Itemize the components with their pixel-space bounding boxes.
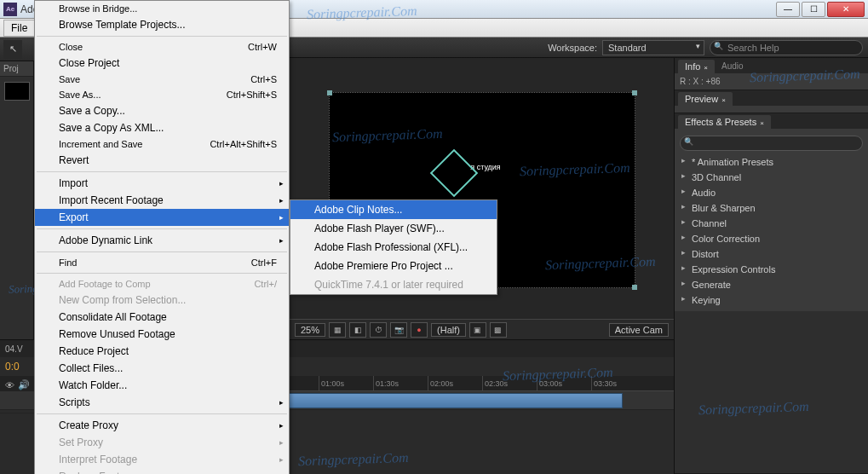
effects-category[interactable]: Generate: [680, 277, 863, 292]
composition-footer: 25% ▦ ◧ ⏱ 📷 ● (Half) ▣ ▩ Active Cam: [290, 319, 674, 339]
menu-item-flash-swf[interactable]: Adobe Flash Player (SWF)...: [290, 219, 497, 238]
menu-item-remove-unused[interactable]: Remove Unused Footage: [35, 326, 289, 343]
menu-item-browse-templates[interactable]: Browse Template Projects...: [35, 16, 289, 33]
ruler-tick: 02:30s: [482, 376, 537, 390]
resolution-dropdown[interactable]: (Half): [431, 323, 466, 337]
comp-snapshot-icon[interactable]: 📷: [390, 322, 407, 338]
menu-item-reduce[interactable]: Reduce Project: [35, 343, 289, 360]
menu-item-new-comp-selection: New Comp from Selection...: [35, 292, 289, 309]
selection-tool-icon[interactable]: ↖: [3, 40, 22, 59]
menu-item-find[interactable]: FindCtrl+F: [35, 255, 289, 270]
menu-item-flash-xfl[interactable]: Adobe Flash Professional (XFL)...: [290, 238, 497, 257]
menu-item-add-footage: Add Footage to CompCtrl+/: [35, 276, 289, 292]
ruler-tick: 02:00s: [428, 376, 482, 390]
project-tab[interactable]: Proj: [0, 61, 33, 77]
menu-item-interpret: Interpret Footage: [35, 451, 289, 468]
comp-shape: [429, 149, 478, 198]
comp-grid-icon[interactable]: ▦: [329, 322, 346, 338]
comp-mask-icon[interactable]: ◧: [349, 322, 366, 338]
effects-search-input[interactable]: [680, 136, 863, 151]
effects-category[interactable]: Distort: [680, 246, 863, 262]
zoom-dropdown[interactable]: 25%: [295, 323, 325, 337]
menu-item-increment[interactable]: Increment and SaveCtrl+Alt+Shift+S: [35, 136, 289, 152]
menu-item-dynamic-link[interactable]: Adobe Dynamic Link: [35, 232, 289, 249]
workspace-dropdown[interactable]: Standard: [602, 40, 704, 55]
menu-item-scripts[interactable]: Scripts: [35, 394, 289, 411]
menu-item-close[interactable]: CloseCtrl+W: [35, 39, 289, 55]
menu-item-import[interactable]: Import: [35, 175, 289, 192]
effects-category[interactable]: Blur & Sharpen: [680, 200, 863, 216]
menu-item-export[interactable]: Export: [35, 209, 289, 226]
handle-icon[interactable]: [632, 285, 637, 290]
menu-item-close-project[interactable]: Close Project: [35, 55, 289, 72]
ruler-tick: 03:30s: [591, 376, 646, 390]
effects-category[interactable]: Color Correction: [680, 231, 863, 246]
timeline-tab[interactable]: 04.V: [5, 344, 23, 354]
menu-item-replace: Replace Footage: [35, 468, 289, 474]
effects-category[interactable]: Expression Controls: [680, 262, 863, 277]
tab-info[interactable]: Info×: [678, 60, 715, 73]
tab-preview[interactable]: Preview×: [678, 92, 733, 106]
right-panel-stack: Info× Audio R : X : +86 Preview× Effects…: [674, 58, 868, 474]
effects-category[interactable]: Channel: [680, 216, 863, 231]
minimize-button[interactable]: —: [776, 2, 800, 17]
close-icon[interactable]: ×: [721, 96, 726, 104]
workspace-label: Workspace:: [548, 43, 597, 53]
effects-category[interactable]: Audio: [680, 185, 863, 200]
effects-category[interactable]: 3D Channel: [680, 170, 863, 185]
close-button[interactable]: ✕: [827, 2, 865, 17]
speaker-icon[interactable]: 🔊: [18, 379, 30, 390]
comp-channel-icon[interactable]: ●: [411, 322, 428, 338]
close-icon[interactable]: ×: [704, 64, 708, 72]
menu-item-collect[interactable]: Collect Files...: [35, 360, 289, 377]
menu-item-save-copy-xml[interactable]: Save a Copy As XML...: [35, 119, 289, 136]
menu-item-browse-bridge[interactable]: Browse in Bridge...Ctrl+Alt+Shift+O: [35, 1, 289, 16]
ruler-tick: 03:00s: [537, 376, 591, 390]
menu-item-watch[interactable]: Watch Folder...: [35, 377, 289, 394]
project-thumbnail[interactable]: [4, 82, 30, 101]
ruler-tick: 01:30s: [373, 376, 428, 390]
handle-icon[interactable]: [327, 90, 332, 95]
menu-item-set-proxy: Set Proxy: [35, 434, 289, 451]
close-icon[interactable]: ×: [760, 119, 764, 127]
effects-category[interactable]: * Animation Presets: [680, 154, 863, 170]
menu-item-clip-notes[interactable]: Adobe Clip Notes...: [290, 200, 497, 219]
menu-item-save[interactable]: SaveCtrl+S: [35, 72, 289, 87]
menu-item-quicktime: QuickTime 7.4.1 or later required: [290, 275, 497, 294]
menu-item-premiere[interactable]: Adobe Premiere Pro Project ...: [290, 257, 497, 275]
menu-item-create-proxy[interactable]: Create Proxy: [35, 417, 289, 434]
ruler-tick: 01:00s: [319, 376, 373, 390]
timecode[interactable]: 0:0: [5, 361, 20, 373]
timeline-layer-bar[interactable]: [264, 393, 623, 408]
menu-item-import-recent[interactable]: Import Recent Footage: [35, 192, 289, 209]
camera-dropdown[interactable]: Active Cam: [609, 323, 669, 337]
menu-item-revert[interactable]: Revert: [35, 152, 289, 169]
menu-item-save-as[interactable]: Save As...Ctrl+Shift+S: [35, 87, 289, 102]
file-menu-dropdown: Browse in Bridge...Ctrl+Alt+Shift+O Brow…: [34, 0, 290, 474]
search-help-input[interactable]: Search Help: [710, 40, 863, 55]
info-panel: Info× Audio R : X : +86: [675, 58, 868, 90]
effects-panel: Effects & Presets× * Animation Presets 3…: [675, 113, 868, 474]
timeline-ruler[interactable]: 00:30s 01:00s 01:30s 02:00s 02:30s 03:00…: [264, 376, 674, 391]
eye-icon[interactable]: 👁: [5, 380, 14, 390]
comp-time-icon[interactable]: ⏱: [370, 322, 387, 338]
comp-transparency-icon[interactable]: ▩: [490, 322, 507, 338]
preview-panel: Preview×: [675, 90, 868, 113]
export-submenu: Adobe Clip Notes... Adobe Flash Player (…: [290, 199, 497, 295]
effects-category[interactable]: Keying: [680, 292, 863, 308]
tab-audio[interactable]: Audio: [715, 60, 750, 73]
comp-region-icon[interactable]: ▣: [469, 322, 486, 338]
info-content: R : X : +86: [675, 73, 868, 90]
handle-icon[interactable]: [632, 90, 637, 95]
workspace-bar: Workspace: Standard Search Help: [290, 38, 868, 58]
app-icon: Ae: [3, 3, 17, 16]
menu-item-consolidate[interactable]: Consolidate All Footage: [35, 309, 289, 326]
tab-effects[interactable]: Effects & Presets×: [678, 115, 771, 129]
effects-list: * Animation Presets 3D Channel Audio Blu…: [680, 154, 863, 308]
maximize-button[interactable]: ☐: [802, 2, 825, 17]
menu-file[interactable]: File: [3, 20, 35, 37]
menu-item-save-copy[interactable]: Save a Copy...: [35, 102, 289, 119]
composition-panel: я студия PD 25% ▦ ◧ ⏱ 📷 ● (Half) ▣ ▩ Act…: [290, 58, 674, 339]
